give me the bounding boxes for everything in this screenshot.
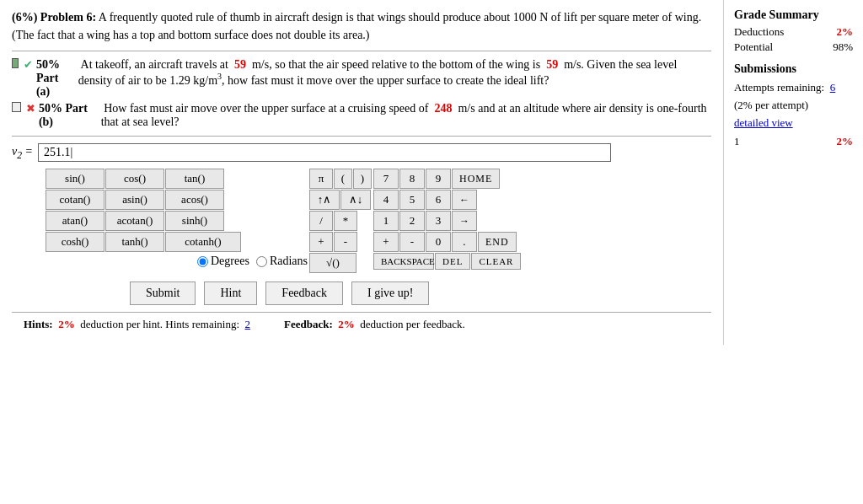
feedback-deduction: 2% (338, 318, 355, 330)
attempts-value[interactable]: 6 (830, 81, 836, 94)
divider-1 (12, 51, 711, 51)
answer-input[interactable] (38, 143, 611, 162)
num-1[interactable]: 1 (373, 211, 399, 231)
part-b-label: 50% Part (b) (39, 102, 98, 129)
sinh-button[interactable]: sinh() (165, 211, 224, 231)
speed1-value: 59 (234, 58, 246, 71)
num-2[interactable]: 2 (399, 211, 425, 231)
input-row: v2 = (12, 143, 711, 162)
del-button[interactable]: DEL (435, 253, 470, 270)
part-a-percent: 50% Part (a) (36, 58, 60, 98)
right-arrow-button[interactable]: → (452, 211, 477, 231)
attempts-text: Attempts remaining: 6 (2% per attempt) d… (734, 79, 853, 131)
degrees-radio[interactable] (197, 256, 208, 267)
attempt-score: 2% (837, 135, 854, 148)
left-arrow-button[interactable]: ← (452, 190, 477, 210)
num-6[interactable]: 6 (426, 190, 451, 210)
divide-button[interactable]: / (309, 211, 333, 231)
speed2-value: 59 (546, 58, 558, 71)
trig-buttons: sin() cos() tan() cotan() asin() acos() … (46, 169, 308, 273)
cotan-button[interactable]: cotan() (46, 190, 105, 210)
potential-value: 98% (833, 40, 853, 54)
problem-header: (6%) Problem 6: (12, 11, 96, 24)
hints-text: deduction per hint. Hints remaining: (80, 318, 239, 330)
num-7[interactable]: 7 (373, 169, 399, 189)
minus-numpad[interactable]: - (399, 232, 425, 252)
potential-row: Potential 98% (734, 40, 853, 54)
problem-text: (6%) Problem 6: A frequently quoted rule… (12, 8, 711, 44)
num-4[interactable]: 4 (373, 190, 399, 210)
detailed-view-link[interactable]: detailed view (734, 116, 793, 129)
feedback-text: deduction per feedback. (360, 318, 465, 330)
trig-row-3: atan() acotan() sinh() (46, 211, 308, 231)
numpad: 7 8 9 HOME 4 5 6 ← 1 2 3 → (373, 169, 521, 273)
feedback-label: Feedback: (284, 318, 333, 330)
calc-area: sin() cos() tan() cotan() asin() acos() … (46, 169, 711, 273)
degrees-label[interactable]: Degrees (197, 255, 249, 268)
decimal-button[interactable]: . (452, 232, 477, 252)
part-a-header: ✔ 50% Part (a) At takeoff, an aircraft t… (12, 58, 711, 99)
part-b-icon (12, 102, 21, 112)
tanh-button[interactable]: tanh() (105, 232, 164, 252)
attempts-label: Attempts remaining: (734, 81, 824, 94)
down-arrow-button[interactable]: ∧↓ (340, 190, 371, 210)
input-label: v2 = (12, 145, 33, 161)
trig-row-1: sin() cos() tan() (46, 169, 308, 189)
bottom-bar: Hints: 2% deduction per hint. Hints rema… (12, 312, 711, 336)
trig-row-2: cotan() asin() acos() (46, 190, 308, 210)
close-paren-button[interactable]: ) (353, 169, 372, 189)
submit-button[interactable]: Submit (130, 281, 196, 305)
sin-button[interactable]: sin() (46, 169, 105, 189)
right-panel: Grade Summary Deductions 2% Potential 98… (724, 0, 863, 345)
open-paren-button[interactable]: ( (334, 169, 352, 189)
asin-button[interactable]: asin() (105, 190, 164, 210)
acotan-button[interactable]: acotan() (105, 211, 164, 231)
tan-button[interactable]: tan() (165, 169, 224, 189)
num-3[interactable]: 3 (426, 211, 451, 231)
potential-label: Potential (734, 40, 773, 54)
deductions-row: Deductions 2% (734, 25, 853, 39)
clear-button[interactable]: CLEAR (471, 253, 521, 270)
hints-section: Hints: 2% deduction per hint. Hints rema… (24, 318, 250, 331)
deductions-value: 2% (837, 25, 854, 39)
part-b-text: How fast must air move over the upper su… (101, 102, 711, 129)
feedback-button[interactable]: Feedback (265, 281, 343, 305)
part-b-percent: 50% Part (b) (39, 102, 88, 128)
end-button[interactable]: END (478, 232, 517, 252)
num-8[interactable]: 8 (399, 169, 425, 189)
radians-radio[interactable] (256, 256, 267, 267)
cosh-button[interactable]: cosh() (46, 232, 105, 252)
acos-button[interactable]: acos() (165, 190, 224, 210)
atan-button[interactable]: atan() (46, 211, 105, 231)
grade-summary-title: Grade Summary (734, 8, 853, 22)
up-arrow-button[interactable]: ↑∧ (309, 190, 340, 210)
divider-2 (12, 136, 711, 137)
minus-button[interactable]: - (334, 232, 357, 252)
multiply-button[interactable]: * (334, 211, 357, 231)
special-buttons: π ( ) ↑∧ ∧↓ / * + - √() (309, 169, 372, 273)
xmark-icon: ✖ (26, 102, 35, 115)
hints-deduction: 2% (58, 318, 75, 330)
plus-button[interactable]: + (309, 232, 333, 252)
hints-remaining: 2 (245, 318, 251, 330)
submissions-title: Submissions (734, 62, 853, 76)
backspace-button[interactable]: BACKSPACE (373, 253, 434, 270)
action-buttons: Submit Hint Feedback I give up! (130, 281, 711, 305)
home-button[interactable]: HOME (452, 169, 500, 189)
cotanh-button[interactable]: cotanh() (165, 232, 241, 252)
radians-label[interactable]: Radians (256, 255, 308, 268)
pi-button[interactable]: π (309, 169, 333, 189)
num-0[interactable]: 0 (426, 232, 451, 252)
attempt-number: 1 (734, 135, 740, 148)
give-up-button[interactable]: I give up! (351, 281, 429, 305)
num-5[interactable]: 5 (399, 190, 425, 210)
hint-button[interactable]: Hint (204, 281, 257, 305)
cos-button[interactable]: cos() (105, 169, 164, 189)
part-a-text: At takeoff, an aircraft travels at 59 m/… (78, 58, 711, 88)
sqrt-button[interactable]: √() (309, 253, 356, 273)
checkmark-icon: ✔ (24, 58, 33, 72)
degrees-radians: Degrees Radians (197, 255, 308, 268)
plus-numpad[interactable]: + (373, 232, 399, 252)
problem-body: A frequently quoted rule of thumb in air… (12, 11, 701, 41)
num-9[interactable]: 9 (426, 169, 451, 189)
